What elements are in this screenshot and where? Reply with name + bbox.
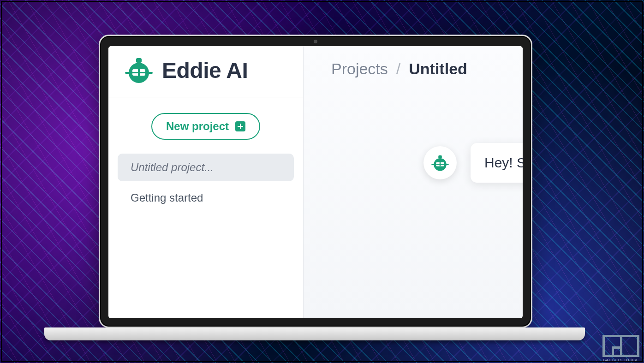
- svg-rect-12: [445, 164, 449, 166]
- watermark: GADGETS TO USE: [602, 335, 639, 362]
- eddie-avatar-icon: [431, 154, 449, 172]
- new-project-label: New project: [166, 120, 229, 133]
- svg-rect-7: [138, 69, 140, 76]
- sidebar-item-label: Untitled project...: [131, 161, 214, 173]
- main-panel: Projects / Untitled: [304, 46, 523, 318]
- eddie-logo-icon: [124, 55, 154, 85]
- laptop-base: [44, 327, 585, 340]
- plus-icon: [235, 121, 245, 131]
- sidebar-body: New project Untitled project... Getting …: [108, 97, 303, 227]
- watermark-label: GADGETS TO USE: [602, 358, 639, 362]
- brand-header: Eddie AI: [108, 46, 303, 97]
- laptop-frame: Eddie AI New project Untitled project...…: [99, 35, 532, 328]
- sidebar: Eddie AI New project Untitled project...…: [108, 46, 304, 318]
- breadcrumb-root[interactable]: Projects: [331, 60, 388, 78]
- breadcrumb-current: Untitled: [409, 60, 467, 78]
- chat-row: Hey! S: [423, 143, 523, 183]
- sidebar-item-label: Getting started: [131, 191, 203, 204]
- chat-message-bubble: Hey! S: [471, 143, 523, 183]
- breadcrumb: Projects / Untitled: [304, 46, 523, 92]
- assistant-avatar: [423, 146, 457, 179]
- watermark-logo-icon: [602, 335, 639, 357]
- sidebar-item-getting-started[interactable]: Getting started: [118, 184, 294, 212]
- new-project-button[interactable]: New project: [151, 113, 260, 140]
- svg-rect-4: [147, 72, 153, 74]
- breadcrumb-separator: /: [396, 60, 400, 78]
- chat-message-text: Hey! S: [484, 155, 523, 170]
- svg-rect-11: [431, 164, 435, 166]
- app-title: Eddie AI: [162, 58, 248, 83]
- svg-rect-10: [440, 158, 441, 160]
- svg-rect-3: [125, 72, 131, 74]
- laptop-camera-dot: [314, 40, 317, 43]
- svg-rect-15: [440, 162, 441, 167]
- svg-rect-2: [138, 62, 140, 65]
- sidebar-item-untitled-project[interactable]: Untitled project...: [118, 154, 294, 181]
- app-screen: Eddie AI New project Untitled project...…: [108, 46, 523, 318]
